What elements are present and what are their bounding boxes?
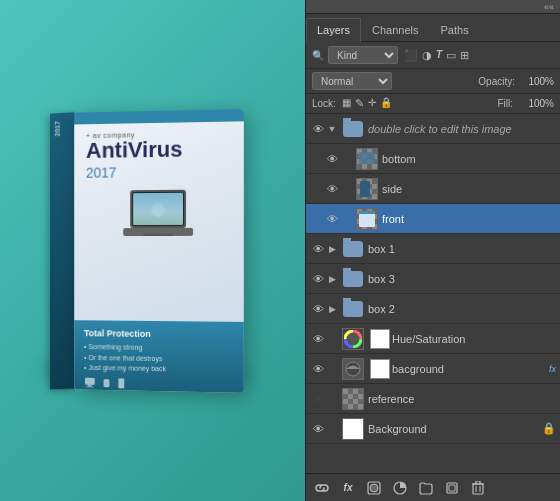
laptop-illustration: [118, 187, 198, 242]
panel-tabs: Layers Channels Paths: [306, 14, 560, 42]
svg-rect-60: [449, 485, 455, 491]
lock-row: Lock: ▦ ✎ ✛ 🔒 Fill: 100%: [306, 94, 560, 114]
layer-row[interactable]: 👁 bottom: [306, 144, 560, 174]
lock-icon: 🔒: [542, 422, 556, 435]
svg-rect-48: [343, 389, 348, 394]
fill-label: Fill:: [497, 98, 513, 109]
thumb-svg: [343, 389, 363, 409]
expand-arrow[interactable]: ▶: [326, 243, 338, 255]
layer-name: box 3: [368, 273, 556, 285]
layer-row[interactable]: 👁 side: [306, 174, 560, 204]
box-side-text: 2017: [49, 112, 64, 144]
trash-icon: [472, 481, 484, 495]
folder-icon: [343, 271, 363, 287]
layer-thumbnail: [342, 268, 364, 290]
layer-name: box 1: [368, 243, 556, 255]
layer-row[interactable]: 👁 reference: [306, 384, 560, 414]
bottom-toolbar: fx: [306, 473, 560, 501]
lock-transparent-icon[interactable]: ▦: [342, 97, 351, 110]
filter-smart-icon[interactable]: ⊞: [460, 49, 469, 62]
lock-paint-icon[interactable]: ✎: [355, 97, 364, 110]
search-icon: 🔍: [312, 50, 324, 61]
svg-rect-50: [348, 394, 353, 399]
expand-arrow[interactable]: ▶: [326, 273, 338, 285]
layer-row[interactable]: 👁 ▶ box 1: [306, 234, 560, 264]
visibility-toggle[interactable]: 👁: [310, 241, 326, 257]
layer-row[interactable]: 👁 ▼ double click to edit this image: [306, 114, 560, 144]
adjustment-layer-button[interactable]: [390, 478, 410, 498]
expand-arrow[interactable]: [326, 423, 338, 435]
panel-collapse-bar[interactable]: ««: [306, 0, 560, 14]
svg-rect-9: [103, 378, 109, 386]
layer-name: front: [382, 213, 556, 225]
layer-thumbnail: [342, 238, 364, 260]
svg-point-57: [370, 484, 378, 492]
lock-all-icon[interactable]: 🔒: [380, 97, 392, 110]
expand-arrow[interactable]: [326, 363, 338, 375]
filter-shape-icon[interactable]: ▭: [446, 49, 456, 62]
visibility-toggle[interactable]: 👁: [310, 331, 326, 347]
visibility-toggle[interactable]: 👁: [310, 361, 326, 377]
opacity-value[interactable]: 100%: [519, 76, 554, 87]
layer-name: side: [382, 183, 556, 195]
blend-mode-select[interactable]: Normal: [312, 72, 392, 90]
expand-arrow[interactable]: [326, 393, 338, 405]
thumb-svg: [357, 149, 377, 169]
box-bottom-stripe: Total Protection • Something strong • Or…: [74, 320, 244, 393]
layers-list: 👁 ▼ double click to edit this image 👁: [306, 114, 560, 473]
fill-value[interactable]: 100%: [519, 98, 554, 109]
adj-icon: [344, 360, 362, 378]
expand-arrow[interactable]: [340, 183, 352, 195]
visibility-toggle[interactable]: 👁: [324, 151, 340, 167]
expand-arrow[interactable]: ▶: [326, 303, 338, 315]
expand-arrow[interactable]: [340, 213, 352, 225]
visibility-toggle[interactable]: 👁: [310, 121, 326, 137]
layer-row[interactable]: 👁 ▶ box 3: [306, 264, 560, 294]
protection-headline: Total Protection: [83, 328, 233, 340]
box-bullet-list: • Something strong • Or the one that des…: [83, 342, 233, 376]
add-mask-button[interactable]: [364, 478, 384, 498]
layer-row[interactable]: 👁 Hue/Saturation: [306, 324, 560, 354]
kind-select[interactable]: Kind: [328, 46, 398, 64]
lock-move-icon[interactable]: ✛: [368, 97, 376, 110]
visibility-toggle[interactable]: 👁: [310, 391, 326, 407]
layer-name: double click to edit this image: [368, 123, 556, 135]
tab-layers[interactable]: Layers: [306, 18, 361, 42]
lock-icons-group: ▦ ✎ ✛ 🔒: [342, 97, 392, 110]
blend-mode-row: Normal Opacity: 100%: [306, 69, 560, 94]
expand-arrow[interactable]: [340, 153, 352, 165]
svg-rect-52: [343, 399, 348, 404]
delete-layer-button[interactable]: [468, 478, 488, 498]
filter-pixel-icon[interactable]: ⬛: [404, 49, 418, 62]
layer-row[interactable]: 👁 ▶ box 2: [306, 294, 560, 324]
visibility-toggle[interactable]: 👁: [324, 211, 340, 227]
tab-channels[interactable]: Channels: [361, 17, 429, 41]
thumb-svg: [357, 179, 377, 199]
collapse-icon[interactable]: ««: [544, 2, 554, 12]
box-logo-area: + av company AntiVirus 2017: [74, 121, 244, 189]
layer-name: reference: [368, 393, 556, 405]
visibility-toggle[interactable]: 👁: [310, 301, 326, 317]
product-title: AntiVirus: [85, 137, 181, 163]
layer-fx-button[interactable]: fx: [338, 478, 358, 498]
link-layers-button[interactable]: [312, 478, 332, 498]
filter-adjust-icon[interactable]: ◑: [422, 49, 432, 62]
layer-thumbnail: [356, 208, 378, 230]
visibility-toggle[interactable]: 👁: [310, 421, 326, 437]
new-group-button[interactable]: [416, 478, 436, 498]
layer-row[interactable]: 👁 bacground fx: [306, 354, 560, 384]
svg-rect-31: [372, 194, 377, 199]
filter-type-icon[interactable]: T: [436, 49, 442, 62]
layer-row[interactable]: 👁 Background 🔒: [306, 414, 560, 444]
expand-arrow[interactable]: [326, 333, 338, 345]
expand-arrow[interactable]: ▼: [326, 123, 338, 135]
new-layer-button[interactable]: [442, 478, 462, 498]
svg-rect-22: [359, 152, 375, 164]
tab-paths[interactable]: Paths: [430, 17, 480, 41]
tablet-icon: [117, 377, 125, 387]
visibility-toggle[interactable]: 👁: [310, 271, 326, 287]
svg-rect-32: [360, 181, 370, 197]
visibility-toggle[interactable]: 👁: [324, 181, 340, 197]
layer-row[interactable]: 👁 front: [306, 204, 560, 234]
svg-rect-6: [84, 377, 94, 384]
